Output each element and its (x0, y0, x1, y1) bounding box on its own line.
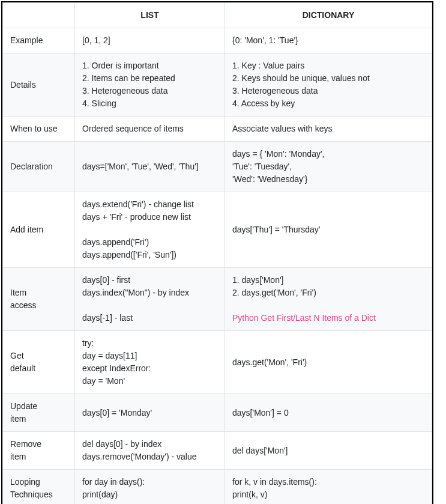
row-label: Get default (3, 331, 75, 394)
list-cell: for day in days(): print(day) (75, 470, 225, 505)
table-row: Get default try: day = days[11] except I… (3, 331, 432, 394)
list-cell: Ordered sequence of items (75, 117, 225, 142)
list-cell: days[0] - first days.index("Mon") - by i… (75, 268, 225, 331)
dict-cell: {0: 'Mon', 1: 'Tue'} (225, 28, 432, 53)
list-cell: del days[0] - by index days.remove('Mond… (75, 432, 225, 470)
comparison-table-wrapper: LIST DICTIONARY Example [0, 1, 2] {0: 'M… (1, 1, 433, 504)
row-label: Declaration (3, 142, 75, 192)
comparison-table: LIST DICTIONARY Example [0, 1, 2] {0: 'M… (2, 2, 432, 504)
header-empty (3, 3, 75, 28)
header-row: LIST DICTIONARY (3, 3, 432, 28)
table-row: Declaration days=['Mon', 'Tue', 'Wed', '… (3, 142, 432, 192)
dict-cell: days.get('Mon', 'Fri') (225, 331, 432, 394)
list-cell: days.extend('Fri') - change list days + … (75, 192, 225, 268)
row-label: When to use (3, 117, 75, 142)
dict-cell: days = { 'Mon': 'Monday', 'Tue': 'Tuesda… (225, 142, 432, 192)
header-dictionary: DICTIONARY (225, 3, 432, 28)
dict-cell: days['Mon'] = 0 (225, 394, 432, 432)
dict-cell: Associate values with keys (225, 117, 432, 142)
table-row: When to use Ordered sequence of items As… (3, 117, 432, 142)
row-label: Looping Techniques (3, 470, 75, 505)
row-label: Details (3, 53, 75, 117)
list-cell: [0, 1, 2] (75, 28, 225, 53)
dict-link[interactable]: Python Get First/Last N Items of a Dict (232, 313, 376, 323)
table-row: Example [0, 1, 2] {0: 'Mon', 1: 'Tue'} (3, 28, 432, 53)
table-row: Update item days[0] = 'Monday' days['Mon… (3, 394, 432, 432)
row-label: Remove item (3, 432, 75, 470)
header-list: LIST (75, 3, 225, 28)
list-cell: try: day = days[11] except IndexError: d… (75, 331, 225, 394)
table-row: Item access days[0] - first days.index("… (3, 268, 432, 331)
table-row: Remove item del days[0] - by index days.… (3, 432, 432, 470)
row-label: Add item (3, 192, 75, 268)
table-row: Looping Techniques for day in days(): pr… (3, 470, 432, 505)
table-row: Details 1. Order is important 2. Items c… (3, 53, 432, 117)
dict-cell: 1. days['Mon'] 2. days.get('Mon', 'Fri')… (225, 268, 432, 331)
row-label: Update item (3, 394, 75, 432)
dict-cell-prefix: 1. days['Mon'] 2. days.get('Mon', 'Fri') (232, 275, 316, 297)
dict-cell: 1. Key : Value pairs 2. Keys should be u… (225, 53, 432, 117)
row-label: Item access (3, 268, 75, 331)
row-label: Example (3, 28, 75, 53)
list-cell: days=['Mon', 'Tue', 'Wed', 'Thu'] (75, 142, 225, 192)
dict-cell: days['Thu'] = 'Thursday' (225, 192, 432, 268)
list-cell: days[0] = 'Monday' (75, 394, 225, 432)
table-row: Add item days.extend('Fri') - change lis… (3, 192, 432, 268)
dict-cell: for k, v in days.items(): print(k, v) (225, 470, 432, 505)
dict-cell: del days['Mon'] (225, 432, 432, 470)
list-cell: 1. Order is important 2. Items can be re… (75, 53, 225, 117)
